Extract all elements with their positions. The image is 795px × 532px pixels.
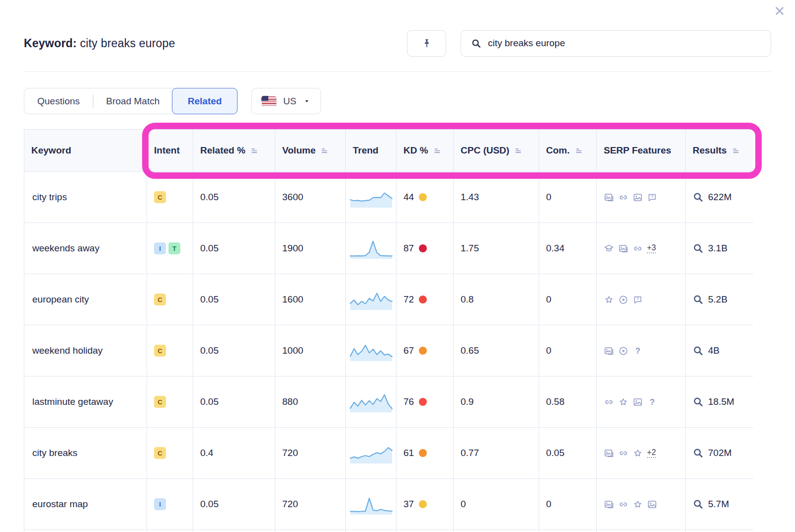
keyword-cell[interactable]: weekend holiday: [32, 345, 103, 356]
sort-icon[interactable]: [250, 147, 259, 155]
trend-cell: [346, 390, 396, 413]
trend-sparkline: [349, 237, 393, 260]
search-input[interactable]: [488, 38, 771, 49]
link-icon: [618, 499, 629, 510]
close-button[interactable]: [771, 3, 788, 20]
country-selector[interactable]: US: [251, 88, 321, 114]
results-cell: 3.1B: [686, 243, 753, 254]
cpc-cell: 0: [454, 499, 539, 510]
serp-more-count[interactable]: +3: [647, 243, 656, 253]
keyword-cell[interactable]: weekends away: [32, 243, 99, 254]
table-row: weekends away IT 0.05 1900 87 1.75 0.34 …: [24, 223, 754, 274]
column-header-kd[interactable]: KD %: [397, 130, 454, 172]
sort-icon[interactable]: [731, 147, 740, 155]
sort-icon[interactable]: [574, 147, 583, 155]
kd-cell: 87: [397, 243, 453, 254]
search-results-icon[interactable]: [693, 243, 704, 254]
keyword-cell[interactable]: city breaks: [32, 448, 78, 458]
table-row-partial: [24, 530, 754, 532]
column-header-cpc-usd[interactable]: CPC (USD): [454, 130, 539, 172]
related-pct-cell: 0.05: [193, 396, 275, 407]
column-label: KD %: [403, 145, 428, 156]
trend-sparkline: [349, 288, 393, 311]
cpc-cell: 0.65: [454, 345, 539, 356]
volume-cell: 720: [275, 499, 345, 510]
country-code: US: [283, 96, 296, 107]
star-icon: [618, 397, 629, 407]
tab-related[interactable]: Related: [172, 88, 238, 114]
controls-row: Questions Broad Match Related US: [24, 88, 771, 114]
page-title-keyword: city breaks europe: [80, 37, 175, 50]
intent-cell: C: [147, 294, 193, 305]
column-label: Com.: [546, 145, 570, 156]
intent-badge-commercial: C: [154, 345, 166, 357]
column-header-keyword: Keyword: [24, 130, 147, 172]
top-actions: [407, 30, 771, 57]
trend-cell: [346, 186, 396, 209]
tab-broad-match[interactable]: Broad Match: [93, 88, 173, 114]
serp-features-cell: [597, 346, 685, 356]
sort-icon[interactable]: [433, 147, 442, 155]
table-row: eurostar map I 0.05 720 37 0 0 5.7M: [24, 479, 754, 530]
com-cell: 0: [539, 499, 596, 510]
column-header-com[interactable]: Com.: [539, 130, 597, 172]
page-title: Keyword: city breaks europe: [24, 37, 175, 50]
keyword-cell[interactable]: city trips: [32, 192, 67, 203]
close-icon: [773, 4, 786, 17]
kd-cell: 76: [397, 396, 453, 407]
sort-icon[interactable]: [514, 147, 523, 155]
volume-cell: 880: [275, 396, 345, 407]
play-circle-icon: [618, 346, 629, 356]
link-icon: [633, 243, 643, 254]
tab-questions[interactable]: Questions: [24, 88, 93, 114]
cpc-cell: 1.75: [454, 243, 539, 254]
search-results-icon[interactable]: [693, 448, 704, 458]
related-pct-cell: 0.4: [193, 448, 275, 458]
serp-features-cell: +3: [597, 243, 685, 254]
trend-cell: [346, 237, 396, 260]
column-header-volume[interactable]: Volume: [275, 130, 346, 172]
table-row: weekend holiday C 0.05 1000 67 0.65 0 4B: [24, 325, 754, 377]
intent-badge-informational: I: [154, 498, 166, 510]
results-cell: 622M: [686, 192, 753, 203]
trend-cell: [346, 493, 396, 516]
column-label: Intent: [154, 145, 180, 156]
search-results-icon[interactable]: [693, 192, 704, 203]
search-results-icon[interactable]: [693, 294, 704, 305]
search-results-icon[interactable]: [693, 345, 704, 356]
intent-badge-transactional: T: [168, 242, 180, 254]
search-results-icon[interactable]: [693, 499, 704, 510]
column-header-results[interactable]: Results: [686, 130, 754, 172]
bubble-question-icon: [647, 192, 657, 203]
star-icon: [633, 448, 643, 458]
pin-icon: [421, 38, 432, 49]
related-pct-cell: 0.05: [193, 192, 275, 203]
link-icon: [618, 192, 629, 203]
column-header-related[interactable]: Related %: [193, 130, 275, 172]
keyword-cell[interactable]: eurostar map: [32, 499, 88, 510]
results-cell: 5.7M: [686, 499, 753, 510]
play-circle-icon: [618, 295, 629, 305]
search-icon: [471, 38, 481, 49]
us-flag-icon: [261, 96, 277, 107]
serp-features-cell: [597, 295, 685, 305]
kd-dot: [419, 398, 427, 406]
keyword-cell[interactable]: lastminute getaway: [32, 396, 113, 407]
cpc-cell: 0.77: [454, 448, 539, 458]
column-label: SERP Features: [604, 145, 671, 156]
divider: [24, 72, 771, 72]
table-row: city trips C 0.05 3600 44 1.43 0 622M: [24, 172, 754, 223]
intent-badge-commercial: C: [154, 294, 166, 305]
image-stack-icon: [604, 499, 614, 510]
search-results-icon[interactable]: [693, 396, 704, 407]
pin-button[interactable]: [407, 30, 446, 57]
sort-icon[interactable]: [320, 147, 329, 155]
keyword-search-box[interactable]: [461, 30, 771, 57]
column-header-serp-features: SERP Features: [597, 130, 686, 172]
serp-features-cell: +2: [597, 448, 685, 458]
keyword-cell[interactable]: european city: [32, 294, 89, 305]
link-icon: [604, 397, 614, 407]
chevron-down-icon: [303, 97, 311, 105]
serp-more-count[interactable]: +2: [647, 448, 656, 458]
trend-sparkline: [349, 442, 393, 464]
